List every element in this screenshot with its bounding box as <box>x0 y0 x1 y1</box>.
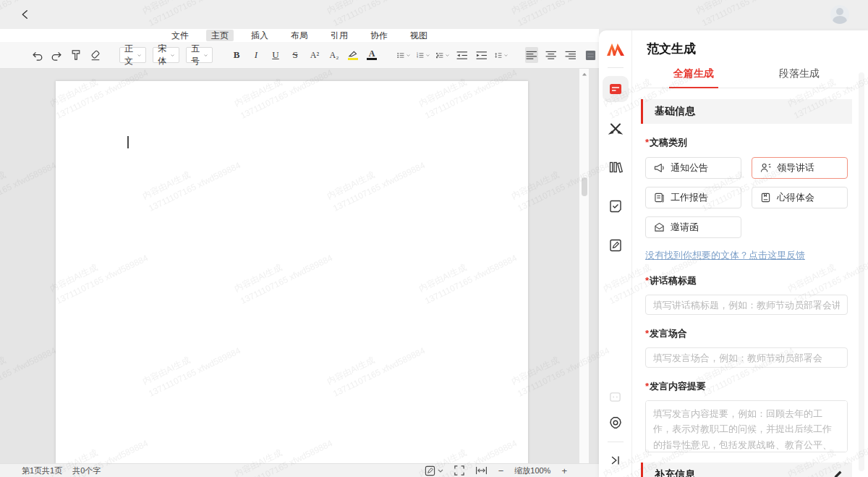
font-value: 宋体 <box>158 43 169 67</box>
speech-title-input[interactable] <box>645 295 848 315</box>
category-speech-button[interactable]: 领导讲话 <box>752 157 848 179</box>
crossed-pens-icon <box>608 121 623 135</box>
required-asterisk: * <box>645 275 649 286</box>
paragraph-style-dropdown[interactable]: 正文 <box>119 47 146 63</box>
increase-indent-button[interactable] <box>475 47 488 63</box>
required-asterisk: * <box>645 137 649 148</box>
style-value: 正文 <box>124 43 135 67</box>
numbered-list-button[interactable]: 123 <box>417 47 430 63</box>
font-color-swatch <box>367 58 377 60</box>
superscript-button[interactable]: A² <box>308 47 321 63</box>
panel-scrollbar-track[interactable] <box>859 72 864 471</box>
triangle-up-icon <box>582 72 587 76</box>
line-spacing-button[interactable] <box>495 47 508 63</box>
occasion-label-text: 发言场合 <box>650 328 687 339</box>
align-center-button[interactable] <box>545 47 558 63</box>
increase-indent-icon <box>476 51 488 60</box>
top-bar <box>0 0 868 29</box>
menu-tab-collaborate[interactable]: 协作 <box>365 30 393 41</box>
menu-tab-view[interactable]: 视图 <box>405 30 433 41</box>
fit-page-button[interactable] <box>454 465 464 476</box>
category-notice-label: 通知公告 <box>671 161 708 174</box>
speech-summary-textarea[interactable] <box>645 400 848 452</box>
edit-mode-button[interactable] <box>425 465 443 476</box>
highlighter-icon <box>347 50 358 57</box>
zoom-out-button[interactable]: − <box>498 465 504 476</box>
bullet-list-button[interactable] <box>397 47 410 63</box>
panel-title: 范文生成 <box>647 41 852 57</box>
bullet-list-icon <box>397 51 404 60</box>
edit-extra-button[interactable] <box>832 469 843 477</box>
multilevel-list-button[interactable] <box>436 47 449 63</box>
category-invitation-label: 邀请函 <box>671 221 699 234</box>
required-asterisk: * <box>645 328 649 339</box>
rail-item-doc-write[interactable] <box>603 232 629 258</box>
rail-item-library[interactable] <box>603 154 629 180</box>
vertical-scrollbar[interactable] <box>579 69 589 463</box>
feedback-link[interactable]: 没有找到你想要的文体？点击这里反馈 <box>645 249 805 262</box>
rail-item-edit-tools[interactable] <box>603 115 629 141</box>
rail-item-settings[interactable] <box>608 415 623 430</box>
shading-icon <box>585 50 596 61</box>
italic-button[interactable]: I <box>250 47 263 63</box>
rail-item-doc-check[interactable] <box>603 193 629 219</box>
tab-paragraph-generation[interactable]: 段落生成 <box>746 67 852 88</box>
invitation-icon <box>654 222 665 232</box>
speaker-person-icon <box>760 163 771 173</box>
collapse-panel-button[interactable] <box>609 454 622 467</box>
rail-item-doc-generate[interactable] <box>603 76 629 102</box>
scroll-up-button[interactable] <box>579 69 589 79</box>
category-reflection-label: 心得体会 <box>777 191 814 204</box>
font-color-button[interactable]: A <box>367 47 380 63</box>
tab-full-generation[interactable]: 全篇生成 <box>641 67 746 88</box>
menu-tab-home[interactable]: 主页 <box>206 30 234 41</box>
back-button[interactable] <box>19 7 35 22</box>
section-basic-info: 基础信息 <box>641 99 852 124</box>
strikethrough-button[interactable]: S <box>289 47 302 63</box>
user-avatar[interactable] <box>830 5 849 24</box>
speech-occasion-input[interactable] <box>645 347 848 368</box>
redo-button[interactable] <box>50 47 63 63</box>
zoom-in-button[interactable]: + <box>561 465 567 476</box>
doc-generate-icon <box>608 82 623 96</box>
document-page[interactable] <box>56 81 528 463</box>
category-notice-button[interactable]: 通知公告 <box>645 157 741 179</box>
font-size-dropdown[interactable]: 五号 <box>186 47 213 63</box>
zoom-level[interactable]: 缩放100% <box>514 465 550 476</box>
shading-button[interactable] <box>584 47 597 63</box>
avatar-head <box>836 8 843 15</box>
subscript-button[interactable]: A₂ <box>328 47 341 63</box>
highlight-color-swatch <box>348 58 358 60</box>
chevron-left-icon <box>19 8 32 21</box>
underline-button[interactable]: U <box>269 47 282 63</box>
pencil-icon <box>832 469 843 477</box>
card-icon <box>608 390 622 404</box>
category-report-button[interactable]: 工作报告 <box>645 187 741 208</box>
font-family-dropdown[interactable]: 宋体 <box>153 47 179 63</box>
svg-text:3: 3 <box>417 56 418 59</box>
bold-button[interactable]: B <box>230 47 243 63</box>
menu-tab-reference[interactable]: 引用 <box>326 30 353 41</box>
app-logo[interactable] <box>605 39 626 59</box>
scrollbar-thumb[interactable] <box>582 177 587 196</box>
fit-width-button[interactable] <box>475 466 488 475</box>
menu-tab-insert[interactable]: 插入 <box>246 30 273 41</box>
align-right-button[interactable] <box>564 47 577 63</box>
panel-tabs: 全篇生成 段落生成 <box>641 67 852 88</box>
rail-item-card[interactable] <box>608 390 622 404</box>
align-left-button[interactable] <box>525 47 538 63</box>
decrease-indent-button[interactable] <box>456 47 469 63</box>
undo-button[interactable] <box>30 47 43 63</box>
menu-tab-file[interactable]: 文件 <box>166 30 194 41</box>
menu-bar: 文件 主页 插入 布局 引用 协作 视图 <box>0 29 599 42</box>
rail-divider <box>608 442 624 442</box>
summary-field-label: *发言内容提要 <box>645 380 852 393</box>
menu-tab-layout[interactable]: 布局 <box>286 30 313 41</box>
category-invitation-button[interactable]: 邀请函 <box>645 216 741 238</box>
highlight-color-button[interactable] <box>347 47 360 63</box>
decrease-indent-icon <box>456 51 468 60</box>
doc-pen-icon <box>608 238 623 253</box>
clear-format-button[interactable] <box>89 47 102 63</box>
format-painter-button[interactable] <box>69 47 82 63</box>
category-reflection-button[interactable]: 心得体会 <box>752 187 848 208</box>
